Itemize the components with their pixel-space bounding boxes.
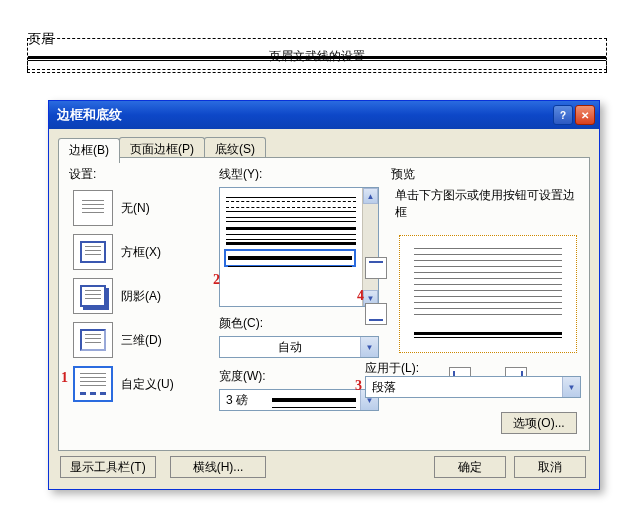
annotation-2: 2 xyxy=(213,272,220,288)
setting-box-icon xyxy=(73,234,113,270)
setting-none-label: 无(N) xyxy=(121,200,150,217)
style-option[interactable] xyxy=(226,239,356,240)
borders-shading-dialog: 边框和底纹 ? ✕ 边框(B) 页面边框(P) 底纹(S) 设置: 无(N) 方… xyxy=(48,100,600,490)
setting-3d[interactable]: 三维(D) xyxy=(73,318,213,362)
setting-label: 设置: xyxy=(69,166,96,183)
annotation-4: 4 xyxy=(357,288,364,304)
setting-box[interactable]: 方框(X) xyxy=(73,230,213,274)
cancel-button[interactable]: 取消 xyxy=(514,456,586,478)
horizontal-line-button[interactable]: 横线(H)... xyxy=(170,456,266,478)
style-option-selected[interactable] xyxy=(224,249,356,267)
preview-hint: 单击下方图示或使用按钮可设置边框 xyxy=(391,187,579,221)
header-area-lower xyxy=(27,61,607,73)
setting-custom-label: 自定义(U) xyxy=(121,376,174,393)
preview-area[interactable] xyxy=(393,229,583,359)
color-label: 颜色(C): xyxy=(219,315,381,332)
style-label: 线型(Y): xyxy=(219,166,381,183)
preview-page xyxy=(399,235,577,353)
preview-label: 预览 xyxy=(391,166,579,183)
annotation-3: 3 xyxy=(355,378,362,394)
setting-box-label: 方框(X) xyxy=(121,244,161,261)
titlebar: 边框和底纹 ? ✕ xyxy=(49,101,599,129)
line-style-list[interactable]: ▲ ▼ xyxy=(219,187,379,307)
style-scrollbar[interactable]: ▲ ▼ xyxy=(362,188,378,306)
style-option[interactable] xyxy=(226,207,356,208)
preview-top-border-button[interactable] xyxy=(365,257,387,279)
setting-3d-label: 三维(D) xyxy=(121,332,162,349)
help-button[interactable]: ? xyxy=(553,105,573,125)
show-toolbar-button[interactable]: 显示工具栏(T) xyxy=(60,456,156,478)
style-option[interactable] xyxy=(226,197,356,198)
style-option[interactable] xyxy=(226,227,356,230)
annotation-1: 1 xyxy=(61,370,68,386)
setting-shadow[interactable]: 阴影(A) xyxy=(73,274,213,318)
color-combo[interactable]: 自动 ▼ xyxy=(219,336,379,358)
options-button[interactable]: 选项(O)... xyxy=(501,412,577,434)
preview-applied-border xyxy=(414,332,562,338)
setting-custom-icon xyxy=(73,366,113,402)
color-value: 自动 xyxy=(220,339,360,356)
setting-custom[interactable]: 自定义(U) xyxy=(73,362,213,406)
preview-bottom-border-button[interactable] xyxy=(365,303,387,325)
ok-button[interactable]: 确定 xyxy=(434,456,506,478)
tab-borders[interactable]: 边框(B) xyxy=(58,138,120,163)
apply-to-value: 段落 xyxy=(366,379,562,396)
setting-3d-icon xyxy=(73,322,113,358)
preview-text-lines xyxy=(414,248,562,320)
setting-shadow-label: 阴影(A) xyxy=(121,288,161,305)
apply-to-combo[interactable]: 段落 ▼ xyxy=(365,376,581,398)
close-button[interactable]: ✕ xyxy=(575,105,595,125)
setting-shadow-icon xyxy=(73,278,113,314)
dropdown-icon[interactable]: ▼ xyxy=(360,337,378,357)
setting-none-icon xyxy=(73,190,113,226)
dialog-title: 边框和底纹 xyxy=(57,106,122,124)
style-option[interactable] xyxy=(226,217,356,218)
dropdown-icon[interactable]: ▼ xyxy=(562,377,580,397)
scroll-up-icon[interactable]: ▲ xyxy=(363,188,378,204)
apply-to-label: 应用于(L): xyxy=(365,360,419,377)
setting-none[interactable]: 无(N) xyxy=(73,186,213,230)
tab-panel-borders: 设置: 无(N) 方框(X) 阴影(A) 三维(D) xyxy=(58,157,590,451)
width-sample-line xyxy=(272,398,356,402)
